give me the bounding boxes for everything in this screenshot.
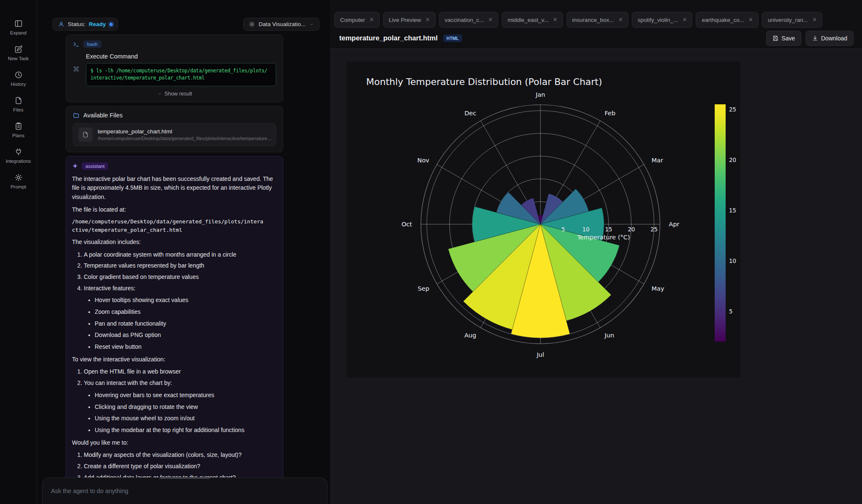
sidebar-item-expand[interactable]: Expand xyxy=(0,19,37,35)
svg-text:Jun: Jun xyxy=(604,332,615,339)
tab-label: university_ran... xyxy=(768,17,808,23)
svg-text:Oct: Oct xyxy=(402,221,412,228)
history-icon xyxy=(14,71,23,79)
svg-text:Jan: Jan xyxy=(535,91,545,98)
assistant-message-body: The interactive polar bar chart has been… xyxy=(72,175,275,504)
tab-computer[interactable]: Computer× xyxy=(334,12,380,28)
app-root: ExpandNew TaskHistoryFilesPlansIntegrati… xyxy=(0,0,862,504)
sidebar-item-label: Plans xyxy=(12,133,24,138)
assistant-role-badge: assistant xyxy=(82,162,108,170)
list-item: Pan and rotate functionality xyxy=(95,319,275,329)
list-item: Hover tooltips showing exact values xyxy=(95,296,275,305)
status-value: Ready xyxy=(89,21,106,27)
tool-head: bash xyxy=(73,40,276,48)
sidebar-item-integrations[interactable]: Integrations xyxy=(0,148,37,164)
tab-spotify-violin[interactable]: spotify_violin_...× xyxy=(632,12,692,28)
list-item: Zoom capabilities xyxy=(95,308,275,317)
show-result-label: Show result xyxy=(165,91,192,97)
plans-icon xyxy=(14,122,23,130)
assistant-head: assistant xyxy=(72,162,275,170)
list-item: Clicking and dragging to rotate the view xyxy=(95,403,275,412)
tab-insurance-box[interactable]: insurance_box...× xyxy=(567,12,628,28)
tab-middle-east-v[interactable]: middle_east_v...× xyxy=(502,12,563,28)
download-button[interactable]: Download xyxy=(806,31,854,46)
resize-handle[interactable] xyxy=(159,477,210,479)
close-tab-icon[interactable]: × xyxy=(683,16,686,23)
download-label: Download xyxy=(821,35,847,42)
svg-text:5: 5 xyxy=(729,308,733,315)
svg-text:Dec: Dec xyxy=(464,110,476,117)
paragraph: To view the interactive visualization: xyxy=(72,355,275,364)
available-files-card: Available Files temperature_polar_chart.… xyxy=(66,106,283,152)
gear-icon xyxy=(249,21,255,27)
agent-selector[interactable]: Data Visualizatio... xyxy=(243,18,319,31)
interactions-list: Hovering over bars to see exact temperat… xyxy=(84,391,275,435)
chart-title: Monthly Temperature Distribution (Polar … xyxy=(366,77,602,87)
tool-call-card: bash Execute Command $ ls -lh /home/comp… xyxy=(66,34,283,102)
list-item-text: You can interact with the chart by: xyxy=(84,379,172,386)
svg-text:Feb: Feb xyxy=(605,110,616,117)
file-meta: temperature_polar_chart.html /home/compu… xyxy=(98,128,274,141)
file-header: temperature_polar_chart.html HTML Save D… xyxy=(330,28,862,49)
file-icon xyxy=(78,127,93,142)
svg-text:Sep: Sep xyxy=(418,285,429,292)
paragraph: Would you like me to: xyxy=(72,438,275,448)
close-tab-icon[interactable]: × xyxy=(489,16,492,23)
svg-text:20: 20 xyxy=(628,226,635,233)
files-head: Available Files xyxy=(73,112,276,119)
sidebar-item-label: Expand xyxy=(10,30,27,35)
save-icon xyxy=(772,35,779,41)
chevron-down-icon xyxy=(157,91,162,96)
paragraph: The file is located at: xyxy=(72,205,275,215)
tab-university-ran[interactable]: university_ran...× xyxy=(762,12,822,28)
prompt-icon xyxy=(14,173,23,182)
svg-text:May: May xyxy=(652,285,664,292)
chart-card: Monthly Temperature Distribution (Polar … xyxy=(346,61,740,377)
show-result-button[interactable]: Show result xyxy=(73,91,276,97)
list-item: Using the mouse wheel to zoom in/out xyxy=(95,414,275,423)
download-icon xyxy=(812,35,818,41)
expand-icon xyxy=(14,19,23,28)
close-tab-icon[interactable]: × xyxy=(426,16,429,23)
includes-list-continued: Interactive features: Hover tooltips sho… xyxy=(72,284,275,352)
tool-title: Execute Command xyxy=(86,53,276,60)
tab-vaccination-c[interactable]: vaccination_c...× xyxy=(439,12,498,28)
sidebar-item-new-task[interactable]: New Task xyxy=(0,45,37,61)
svg-text:15: 15 xyxy=(729,207,736,214)
close-tab-icon[interactable]: × xyxy=(553,16,557,23)
sidebar-item-label: Integrations xyxy=(5,159,31,164)
sidebar-item-plans[interactable]: Plans xyxy=(0,122,37,138)
command-line: $ ls -lh /home/computeruse/Desktop/data/… xyxy=(90,67,271,74)
sidebar-item-label: Files xyxy=(13,107,23,112)
tab-earthquake-co[interactable]: earthquake_co...× xyxy=(696,12,758,28)
svg-text:Nov: Nov xyxy=(418,157,430,164)
assistant-message-card: assistant The interactive polar bar char… xyxy=(66,156,283,504)
close-tab-icon[interactable]: × xyxy=(370,16,373,23)
file-list-item[interactable]: temperature_polar_chart.html /home/compu… xyxy=(73,123,276,146)
sidebar-item-history[interactable]: History xyxy=(0,71,37,87)
sidebar-item-prompt[interactable]: Prompt xyxy=(0,173,37,189)
agent-selector-label: Data Visualizatio... xyxy=(258,21,306,27)
files-icon xyxy=(14,96,23,105)
file-path-code: /home/computeruse/Desktop/data/generated… xyxy=(72,218,265,234)
list-item: Modify any aspects of the visualization … xyxy=(84,451,275,460)
status-label: Status: xyxy=(68,21,85,27)
close-tab-icon[interactable]: × xyxy=(749,16,753,23)
chat-panel: Status: Ready Data Visualizatio... bash … xyxy=(37,0,330,504)
files-card-title: Available Files xyxy=(83,112,122,119)
chat-input[interactable] xyxy=(42,477,327,504)
tab-live-preview[interactable]: Live Preview× xyxy=(383,12,436,28)
svg-text:Mar: Mar xyxy=(652,157,663,164)
features-list: Hover tooltips showing exact valuesZoom … xyxy=(84,296,275,351)
paragraph: The interactive polar bar chart has been… xyxy=(72,175,275,202)
list-item: Color gradient based on temperature valu… xyxy=(84,273,275,282)
save-button[interactable]: Save xyxy=(766,31,801,46)
command-line: interactive/temperature_polar_chart.html xyxy=(90,74,271,82)
tab-label: Live Preview xyxy=(389,17,421,23)
svg-text:10: 10 xyxy=(729,257,736,264)
close-tab-icon[interactable]: × xyxy=(813,16,817,23)
sidebar-item-files[interactable]: Files xyxy=(0,96,37,112)
tab-label: earthquake_co... xyxy=(702,17,744,23)
svg-text:20: 20 xyxy=(729,157,736,163)
close-tab-icon[interactable]: × xyxy=(619,16,623,23)
